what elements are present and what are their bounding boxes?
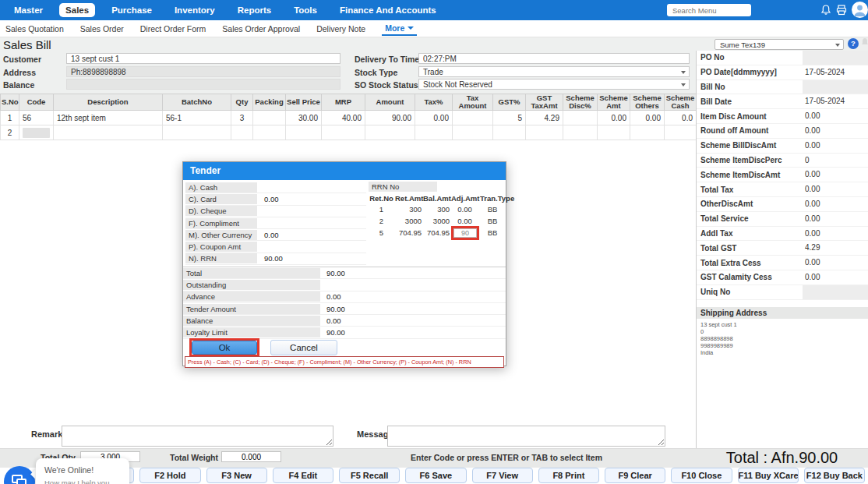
nav-purchase[interactable]: Purchase — [105, 3, 158, 17]
adj-amt-highlight — [451, 226, 479, 240]
f12-buy-back-button[interactable]: F12 Buy Back — [804, 468, 865, 483]
f7-view-button[interactable]: F7 View — [472, 468, 533, 483]
scheme-billdiscamt-value: 0.00 — [803, 139, 868, 153]
cell-code[interactable] — [19, 125, 54, 140]
ret-amt: 3000 — [394, 217, 422, 225]
cell-packing[interactable] — [253, 111, 286, 125]
f3-new-button[interactable]: F3 New — [206, 468, 267, 483]
f9-clear-button[interactable]: F9 Clear — [605, 468, 665, 483]
cell-gst-taxamt: 4.29 — [526, 111, 563, 125]
cell-mrp[interactable] — [322, 125, 365, 140]
cash-label: A). Cash — [185, 182, 257, 193]
stock-type-select[interactable]: Trade — [418, 66, 690, 77]
advance-value: 0.00 — [320, 292, 341, 301]
list-item: Uniq No — [697, 285, 868, 300]
advance-label: Advance — [183, 291, 320, 302]
cell-mrp[interactable]: 40.00 — [322, 111, 365, 125]
cell-sell-price[interactable] — [286, 125, 322, 140]
po-date-value[interactable]: 17-05-2024 — [803, 65, 868, 79]
rrn-value[interactable]: 90.00 — [257, 254, 283, 263]
cell-packing[interactable] — [253, 125, 286, 140]
card-value[interactable]: 0.00 — [257, 195, 279, 203]
customer-input[interactable] — [66, 53, 340, 64]
printer-icon[interactable] — [835, 4, 848, 16]
nav-reports[interactable]: Reports — [231, 3, 277, 17]
nav-tools[interactable]: Tools — [288, 3, 323, 17]
col-scheme-cash: Scheme Cash — [665, 94, 697, 111]
help-icon[interactable]: ? — [848, 38, 859, 49]
message-textarea[interactable] — [387, 426, 665, 447]
subnav-direct-order-form[interactable]: Direct Order Form — [140, 24, 206, 34]
bell-icon[interactable] — [820, 4, 832, 16]
list-item: Addl Tax0.00 — [697, 227, 868, 242]
user-avatar-icon[interactable] — [852, 2, 868, 18]
function-key-bar: F2 Hold F3 New F4 Edit F5 Recall F6 Save… — [73, 468, 865, 484]
addl-tax-label: Addl Tax — [697, 229, 803, 238]
f6-save-button[interactable]: F6 Save — [405, 468, 466, 483]
f11-buy-xcare-button[interactable]: F11 Buy XCare — [738, 468, 799, 483]
delivery-to-time-input[interactable] — [418, 53, 690, 64]
total-tax-label: Total Tax — [697, 185, 803, 194]
code-input-empty[interactable] — [23, 128, 50, 138]
cell-code[interactable]: 56 — [19, 111, 54, 125]
bill-no-value[interactable] — [803, 80, 868, 94]
adj-amt-input[interactable] — [453, 228, 477, 238]
cell-batchno[interactable] — [163, 125, 231, 140]
f10-close-button[interactable]: F10 Close — [671, 468, 732, 483]
table-row[interactable]: 2 — [1, 125, 697, 140]
uniq-no-value[interactable] — [803, 285, 868, 299]
so-stock-status-select[interactable]: Stock Not Reserved — [418, 79, 690, 90]
nav-inventory[interactable]: Inventory — [168, 3, 221, 17]
total-weight-input[interactable] — [221, 451, 281, 462]
cell-scheme-amt — [598, 125, 630, 140]
f4-edit-button[interactable]: F4 Edit — [273, 468, 333, 483]
cell-sno: 2 — [1, 125, 19, 140]
subnav-sales-order[interactable]: Sales Order — [80, 24, 124, 34]
chat-status-bubble[interactable]: We're Online! How may I help you today? — [36, 458, 129, 484]
ret-amt: 704.95 — [394, 228, 422, 237]
cell-description[interactable] — [54, 125, 163, 140]
cell-sell-price[interactable]: 30.00 — [286, 111, 322, 125]
total-weight-label: Total Weight — [170, 453, 218, 462]
table-row: 1 300 300 0.00 BB — [369, 203, 506, 215]
list-item: Total Service0.00 — [697, 212, 868, 227]
uniq-no-label: Uniq No — [697, 288, 803, 296]
cell-description[interactable]: 12th sept item — [54, 111, 163, 125]
list-item: Item Disc Amount0.00 — [697, 109, 868, 124]
subnav-sales-quotation[interactable]: Sales Quotation — [5, 24, 64, 34]
cell-scheme-cash — [665, 125, 697, 140]
po-no-value[interactable] — [803, 51, 868, 65]
cell-qty[interactable]: 3 — [231, 111, 253, 125]
nav-finance-accounts[interactable]: Finance And Accounts — [333, 3, 443, 17]
nav-master[interactable]: Master — [8, 3, 49, 17]
list-item: Loyalty Limit90.00 — [183, 327, 506, 338]
ok-button[interactable]: Ok — [192, 341, 257, 355]
tran-type: BB — [479, 217, 506, 225]
adj-amt[interactable]: 0.00 — [450, 217, 479, 225]
f2-hold-button[interactable]: F2 Hold — [139, 468, 200, 483]
subnav-sales-order-approval[interactable]: Sales Order Approval — [222, 24, 300, 34]
bill-date-value[interactable]: 17-05-2024 — [803, 94, 868, 108]
nav-sales[interactable]: Sales — [59, 3, 95, 17]
remarks-textarea[interactable] — [62, 426, 333, 447]
col-scheme-amt: Scheme Amt — [598, 94, 630, 111]
table-row[interactable]: 1 56 12th sept item 56-1 3 30.00 40.00 9… — [1, 111, 697, 125]
f5-recall-button[interactable]: F5 Recall — [339, 468, 400, 483]
cancel-button[interactable]: Cancel — [270, 340, 337, 355]
cell-batchno[interactable]: 56-1 — [163, 111, 231, 125]
cell-scheme-disc — [563, 125, 598, 140]
tender-amount-label: Tender Amount — [183, 304, 320, 314]
coupon-amt-label: P). Coupon Amt — [185, 242, 257, 252]
f8-print-button[interactable]: F8 Print — [538, 468, 599, 483]
ret-amt: 300 — [394, 205, 422, 214]
profile-select[interactable]: Sume Tex139 — [715, 39, 844, 50]
adj-amt[interactable]: 0.00 — [450, 205, 479, 214]
subnav-more[interactable]: More — [382, 21, 417, 36]
chat-launcher-icon[interactable] — [4, 466, 35, 484]
col-tax-pct: Tax% — [415, 94, 453, 111]
search-input[interactable] — [667, 4, 751, 16]
other-currency-value[interactable]: 0.00 — [257, 231, 279, 239]
cell-qty[interactable] — [231, 125, 253, 140]
subnav-delivery-note[interactable]: Delivery Note — [316, 24, 365, 34]
other-currency-label: M). Other Currency — [185, 230, 257, 240]
